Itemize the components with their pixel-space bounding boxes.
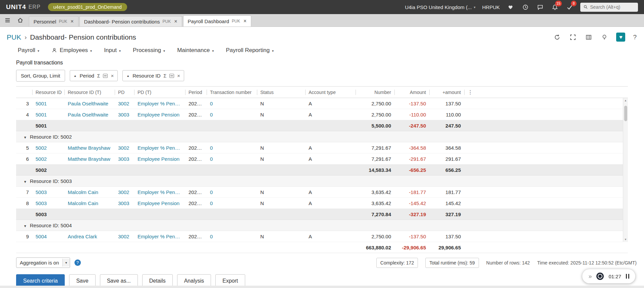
cell-transaction-number[interactable]: 0 [207,98,257,109]
cell-pd[interactable]: 3003 [115,198,134,209]
col-period[interactable]: Period [185,87,207,98]
group-header-row[interactable]: ▼Resource ID: 5004 [16,220,628,231]
recorder-widget[interactable]: » 01:27 [582,269,635,283]
insights-button[interactable] [600,33,608,41]
filter-chip-period[interactable]: ▲ Period Σ × [70,70,118,81]
grand-total-row[interactable]: 663,880.02-29,906.6529,906.65 [16,242,628,253]
cell-resource-id[interactable]: 5002 [32,153,64,164]
cell-resource-name[interactable]: Andrea Clark [64,231,115,242]
cell-pd-t[interactable]: Employee Pension [134,153,185,164]
col-status[interactable]: Status [257,87,305,98]
cell-transaction-number[interactable]: 0 [207,109,257,120]
cell-transaction-number[interactable]: 0 [207,142,257,153]
cell-transaction-number[interactable]: 0 [207,187,257,198]
cell-pd-t[interactable]: Employee Pension [134,198,185,209]
cell-pd-t[interactable]: Employer % Pensi... [134,142,185,153]
menu-employees[interactable]: Employees ▾ [51,47,92,54]
cell-pd[interactable]: 3003 [115,153,134,164]
subtotal-icon[interactable] [103,74,108,78]
cell-pd[interactable]: 3003 [115,109,134,120]
global-search[interactable] [580,3,638,12]
transaction-row[interactable]: 55002Matthew Brayshaw3002Employer % Pens… [16,142,628,153]
tab-dashboard-pension-contributions[interactable]: Dashboard- Pension contributions PUK × [79,16,182,27]
col-resource-id[interactable]: Resource ID [32,87,64,98]
col-plus-amount[interactable]: +amount [429,87,464,98]
company-selector[interactable]: U4ia PSO United Kingdom (... ▾ [405,4,475,10]
menu-maintenance[interactable]: Maintenance ▾ [177,47,214,54]
save-as-button[interactable]: Save as... [100,274,138,286]
cell-pd[interactable]: 3002 [115,187,134,198]
col-transaction-number[interactable]: Transaction number [207,87,257,98]
cell-resource-name[interactable]: Matthew Brayshaw [64,153,115,164]
transaction-row[interactable]: 65002Matthew Brayshaw3003Employee Pensio… [16,153,628,164]
cell-pd[interactable]: 3002 [115,142,134,153]
scroll-down-icon[interactable]: ▼ [623,237,628,242]
subtotal-row[interactable]: 50037,270.84-327.19327.19 [16,209,628,220]
search-criteria-button[interactable]: Search criteria [16,274,65,286]
unit4-logo[interactable]: UNIT4 [6,3,26,11]
group-header-row[interactable]: ▼Resource ID: 5003 [16,176,628,187]
subtotal-row[interactable]: 500214,583.34-656.25656.25 [16,164,628,176]
sort-group-limit-button[interactable]: Sort, Group, Limit [16,70,65,82]
close-icon[interactable]: × [174,18,177,25]
close-icon[interactable]: × [244,18,247,24]
col-resource-id-t[interactable]: Resource ID (T) [64,87,115,98]
home-button[interactable] [16,16,24,24]
help-button[interactable]: ? [633,34,637,41]
cell-pd-t[interactable]: Employer % Pensi... [134,98,185,109]
sort-asc-icon[interactable]: ▲ [126,74,129,78]
close-icon[interactable]: × [70,18,73,25]
analysis-button[interactable]: Analysis [177,274,211,286]
col-pd[interactable]: PD [115,87,134,98]
aggregation-dropdown[interactable]: Aggregation is on ▾ [16,257,70,268]
sigma-icon[interactable]: Σ [97,73,100,79]
col-pd-t[interactable]: PD (T) [134,87,185,98]
tasks-button[interactable]: 8 [566,3,574,11]
cell-resource-name[interactable]: Malcolm Cain [64,187,115,198]
cell-resource-name[interactable]: Malcolm Cain [64,198,115,209]
group-header-row[interactable]: ▼Resource ID: 5002 [16,131,628,142]
favourite-toggle[interactable]: ♥ [616,33,625,42]
global-search-input[interactable] [590,4,635,10]
cell-resource-name[interactable]: Paula Oselthwaite [64,98,115,109]
transaction-row[interactable]: 85003Malcolm Cain3003Employee Pension202… [16,198,628,209]
cell-pd-t[interactable]: Employer % Pensi... [134,231,185,242]
subtotal-icon[interactable] [169,74,174,78]
vertical-scrollbar[interactable]: ▲ ▼ [623,98,628,242]
cell-resource-id[interactable]: 5002 [32,142,64,153]
pause-button[interactable] [626,274,629,279]
notifications-button[interactable]: 15 [551,3,559,11]
collapse-group-icon[interactable]: ▼ [23,136,27,139]
cell-transaction-number[interactable]: 0 [207,231,257,242]
cell-pd-t[interactable]: Employee Pension [134,109,185,120]
col-amount[interactable]: Amount [394,87,429,98]
scroll-up-icon[interactable]: ▲ [623,98,628,103]
menu-payroll[interactable]: Payroll ▾ [18,47,39,54]
filter-chip-resource-id[interactable]: ▲ Resource ID Σ × [122,70,184,81]
cell-resource-name[interactable]: Matthew Brayshaw [64,142,115,153]
cell-transaction-number[interactable]: 0 [207,198,257,209]
cell-resource-name[interactable]: Paula Oselthwaite [64,109,115,120]
save-button[interactable]: Save [69,274,95,286]
columns-button[interactable] [585,33,593,41]
collapse-group-icon[interactable]: ▼ [23,224,27,228]
breadcrumb-root-link[interactable]: PUK [7,33,21,41]
sigma-icon[interactable]: Σ [164,73,167,79]
close-icon[interactable]: × [111,73,114,79]
collapse-group-icon[interactable]: ▼ [23,180,27,184]
transaction-row[interactable]: 45001Paula Oselthwaite3003Employee Pensi… [16,109,628,120]
transaction-row[interactable]: 75003Malcolm Cain3002Employer % Pensi...… [16,187,628,198]
scrollbar-thumb[interactable] [624,106,627,121]
close-icon[interactable]: × [177,73,180,79]
transaction-row[interactable]: 95004Andrea Clark3002Employer % Pensi...… [16,231,628,242]
tab-payroll-dashboard[interactable]: Payroll Dashboard PUK × [183,15,251,27]
fullscreen-button[interactable] [569,33,577,41]
messages-button[interactable] [536,3,544,11]
collapse-chevrons-icon[interactable]: » [588,273,592,280]
cell-transaction-number[interactable]: 0 [207,153,257,164]
menu-input[interactable]: Input ▾ [104,47,121,54]
menu-button[interactable] [3,16,11,24]
cell-pd[interactable]: 3002 [115,98,134,109]
cell-pd-t[interactable]: Employer % Pensi... [134,187,185,198]
cell-resource-id[interactable]: 5001 [32,98,64,109]
